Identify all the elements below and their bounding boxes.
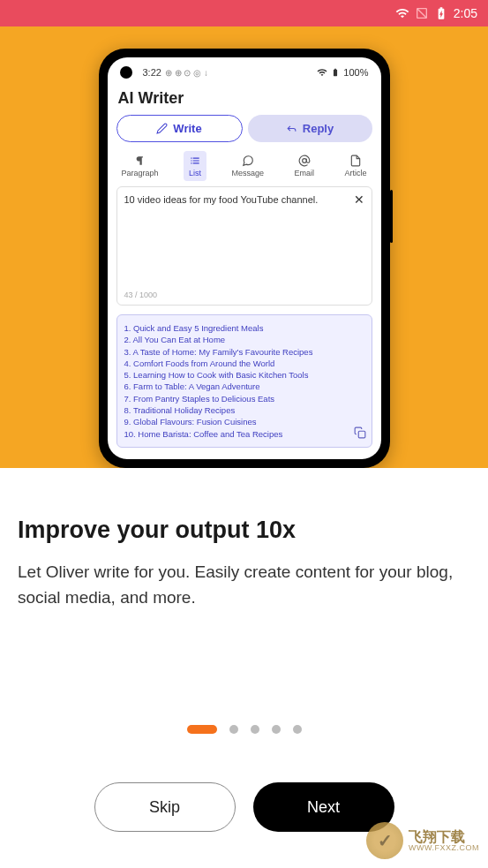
phone-mockup: 3:22 ⊕ ⊕ ⊙ ◎ ↓ 100% AI Writer Write Repl… xyxy=(99,49,390,468)
message-icon xyxy=(242,155,254,167)
page-indicator xyxy=(18,725,470,734)
article-icon xyxy=(349,155,362,167)
page-dot-5[interactable] xyxy=(293,725,302,734)
type-paragraph[interactable]: Paragraph xyxy=(116,151,164,181)
phone-battery: 100% xyxy=(343,67,368,78)
type-article[interactable]: Article xyxy=(339,151,372,181)
watermark-url: WWW.FXXZ.COM xyxy=(409,844,479,852)
reply-tab-label: Reply xyxy=(303,122,334,135)
output-line: 3. A Taste of Home: My Family's Favourit… xyxy=(124,346,364,358)
type-message[interactable]: Message xyxy=(226,151,269,181)
phone-camera-cutout xyxy=(120,66,132,79)
output-line: 4. Comfort Foods from Around the World xyxy=(124,358,364,369)
wifi-icon xyxy=(317,67,327,78)
page-dot-4[interactable] xyxy=(272,725,281,734)
no-sim-icon xyxy=(415,6,429,20)
output-line: 7. From Pantry Staples to Delicious Eats xyxy=(124,393,364,404)
output-line: 8. Traditional Holiday Recipes xyxy=(124,404,364,416)
watermark: ✓ 飞翔下载 WWW.FXXZ.COM xyxy=(366,822,479,859)
type-list[interactable]: List xyxy=(184,151,206,181)
type-email[interactable]: Email xyxy=(289,151,319,181)
status-time: 2:05 xyxy=(454,6,477,20)
onboarding-content: Improve your output 10x Let Oliver write… xyxy=(0,468,488,832)
output-line: 6. Farm to Table: A Vegan Adventure xyxy=(124,381,364,392)
wifi-icon xyxy=(395,6,409,20)
phone-time: 3:22 xyxy=(143,67,161,78)
at-icon xyxy=(298,155,311,167)
phone-status-icons: ⊕ ⊕ ⊙ ◎ ↓ xyxy=(165,68,208,78)
copy-icon[interactable] xyxy=(354,426,366,442)
page-dot-3[interactable] xyxy=(251,725,259,734)
output-line: 10. Home Barista: Coffee and Tea Recipes xyxy=(124,428,364,440)
mode-tabs: Write Reply xyxy=(116,115,372,142)
page-dot-1[interactable] xyxy=(187,725,217,734)
onboarding-subtext: Let Oliver write for you. Easily create … xyxy=(18,560,470,610)
battery-charging-icon xyxy=(434,6,448,20)
prompt-input[interactable]: 10 video ideas for my food YouTube chann… xyxy=(116,186,372,306)
write-tab[interactable]: Write xyxy=(116,115,243,142)
device-status-bar: 2:05 xyxy=(0,0,488,26)
app-title: AI Writer xyxy=(116,80,372,115)
svg-point-0 xyxy=(302,159,306,163)
hero-section: 3:22 ⊕ ⊕ ⊙ ◎ ↓ 100% AI Writer Write Repl… xyxy=(0,26,488,468)
content-types: Paragraph List Message Email Article xyxy=(116,149,372,186)
prompt-text: 10 video ideas for my food YouTube chann… xyxy=(124,194,319,205)
reply-tab[interactable]: Reply xyxy=(248,115,372,142)
paragraph-icon xyxy=(134,155,146,167)
output-line: 2. All You Can Eat at Home xyxy=(124,334,364,345)
write-tab-label: Write xyxy=(173,122,201,135)
edit-icon xyxy=(156,123,168,134)
skip-button[interactable]: Skip xyxy=(94,782,236,832)
watermark-title: 飞翔下载 xyxy=(409,830,479,844)
onboarding-headline: Improve your output 10x xyxy=(18,517,470,544)
battery-icon xyxy=(331,68,340,77)
output-line: 9. Global Flavours: Fusion Cuisines xyxy=(124,416,364,427)
reply-icon xyxy=(286,123,297,134)
watermark-logo-icon: ✓ xyxy=(366,822,403,859)
output-box: 1. Quick and Easy 5 Ingredient Meals 2. … xyxy=(116,314,372,448)
phone-status-bar: 3:22 ⊕ ⊕ ⊙ ◎ ↓ 100% xyxy=(116,64,372,80)
page-dot-2[interactable] xyxy=(229,725,238,734)
output-line: 1. Quick and Easy 5 Ingredient Meals xyxy=(124,322,364,334)
output-line: 5. Learning How to Cook with Basic Kitch… xyxy=(124,369,364,381)
svg-rect-1 xyxy=(358,431,365,438)
list-icon xyxy=(189,155,201,167)
clear-icon[interactable]: ✕ xyxy=(354,192,364,207)
char-count: 43 / 1000 xyxy=(124,291,158,299)
